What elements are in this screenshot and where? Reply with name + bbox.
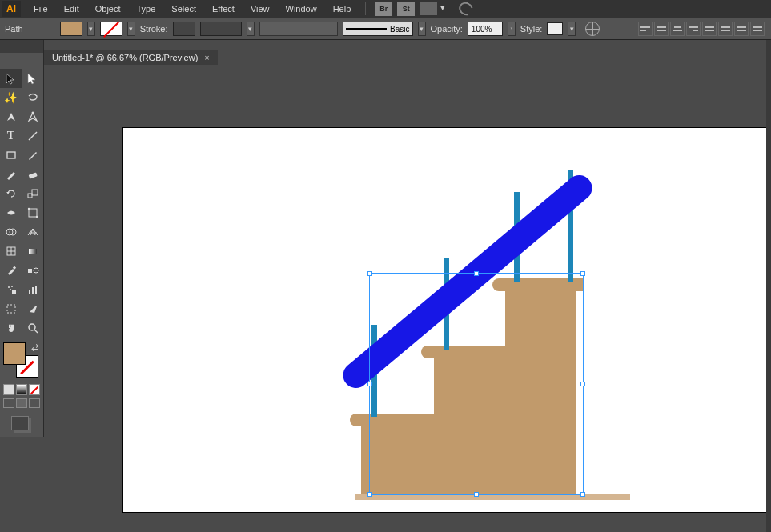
selection-handle[interactable] <box>580 271 585 276</box>
align-button[interactable] <box>638 22 653 36</box>
align-center-icon[interactable] <box>670 22 685 36</box>
perspective-grid-tool[interactable] <box>22 222 43 242</box>
fill-dropdown[interactable]: ▾ <box>87 22 95 36</box>
selection-bounding-box[interactable] <box>369 273 584 495</box>
menu-effect[interactable]: Effect <box>204 2 243 16</box>
screen-mode-button[interactable] <box>11 416 29 430</box>
style-dropdown[interactable]: ▾ <box>568 22 576 36</box>
draw-normal-icon[interactable] <box>3 398 14 408</box>
menu-window[interactable]: Window <box>278 2 325 16</box>
opacity-field[interactable]: 100% <box>468 22 503 36</box>
svg-rect-14 <box>29 249 37 254</box>
direct-selection-tool[interactable] <box>22 69 43 88</box>
pencil-tool[interactable] <box>0 165 22 184</box>
selection-handle[interactable] <box>474 492 479 497</box>
pen-tool[interactable] <box>0 107 22 126</box>
align-left-icon[interactable] <box>654 22 669 36</box>
brush-field[interactable]: Basic <box>343 22 413 36</box>
blend-tool[interactable] <box>22 261 43 280</box>
gradient-tool[interactable] <box>22 242 43 261</box>
artboard[interactable] <box>123 128 771 512</box>
free-transform-tool[interactable] <box>22 203 43 222</box>
brush-preview-icon <box>346 28 388 30</box>
bridge-icon[interactable]: Br <box>375 2 392 16</box>
menu-edit[interactable]: Edit <box>56 2 87 16</box>
rectangle-tool[interactable] <box>0 146 22 165</box>
draw-inside-icon[interactable] <box>29 398 40 408</box>
selection-handle[interactable] <box>580 492 585 497</box>
distribute-icon[interactable] <box>750 22 765 36</box>
recolor-artwork-icon[interactable] <box>585 22 600 36</box>
scale-tool[interactable] <box>22 184 43 203</box>
document-tab-title: Untitled-1* @ 66.67% (RGB/Preview) <box>52 53 198 62</box>
paintbrush-tool[interactable] <box>22 146 43 165</box>
svg-rect-24 <box>35 286 37 294</box>
menu-help[interactable]: Help <box>325 2 359 16</box>
fill-color-box[interactable] <box>3 342 26 365</box>
draw-behind-icon[interactable] <box>16 398 27 408</box>
svg-point-8 <box>35 216 37 218</box>
sync-settings-icon[interactable] <box>456 0 476 18</box>
svg-point-7 <box>27 208 29 210</box>
swap-fill-stroke-icon[interactable]: ⇄ <box>31 342 38 353</box>
menu-file[interactable]: File <box>26 2 56 16</box>
close-tab-icon[interactable]: × <box>204 53 209 62</box>
width-tool[interactable] <box>0 203 22 222</box>
menu-view[interactable]: View <box>243 2 278 16</box>
selection-handle[interactable] <box>367 382 372 386</box>
magic-wand-tool[interactable]: ✨ <box>0 88 22 107</box>
rotate-tool[interactable] <box>0 184 22 203</box>
column-graph-tool[interactable] <box>22 280 43 299</box>
align-top-icon[interactable] <box>702 22 717 36</box>
stroke-weight-field[interactable] <box>173 22 195 36</box>
slice-tool[interactable] <box>22 299 43 318</box>
tools-panel-header <box>0 40 43 53</box>
document-tab[interactable]: Untitled-1* @ 66.67% (RGB/Preview) × <box>44 50 218 65</box>
draw-mode-row <box>0 397 43 410</box>
color-mode-gradient[interactable] <box>16 384 27 395</box>
artboard-tool[interactable] <box>0 299 22 318</box>
selection-tool[interactable] <box>0 69 22 88</box>
brush-definition[interactable] <box>259 22 338 36</box>
shape-builder-tool[interactable] <box>0 222 22 242</box>
menu-object[interactable]: Object <box>87 2 129 16</box>
mesh-tool[interactable] <box>0 242 22 261</box>
symbol-sprayer-tool[interactable] <box>0 280 22 299</box>
color-mode-row <box>0 382 43 397</box>
stroke-swatch[interactable] <box>100 22 122 36</box>
eraser-tool[interactable] <box>22 165 43 184</box>
lasso-tool[interactable] <box>22 88 43 107</box>
menu-select[interactable]: Select <box>163 2 204 16</box>
arrange-documents-button[interactable] <box>420 2 437 15</box>
opacity-dropdown[interactable]: › <box>508 22 516 36</box>
selection-handle[interactable] <box>474 271 479 276</box>
brush-name: Basic <box>390 25 409 34</box>
color-mode-none[interactable] <box>29 384 40 395</box>
svg-line-27 <box>34 330 38 333</box>
curvature-tool[interactable] <box>22 107 43 126</box>
variable-width-profile[interactable] <box>200 22 242 36</box>
color-mode-solid[interactable] <box>3 384 14 395</box>
stock-icon[interactable]: St <box>397 2 415 16</box>
menu-type[interactable]: Type <box>129 2 164 16</box>
panels-collapse-strip[interactable] <box>766 40 771 532</box>
type-tool[interactable]: T <box>0 126 22 146</box>
eyedropper-tool[interactable] <box>0 261 22 280</box>
selection-handle[interactable] <box>367 271 372 276</box>
zoom-tool[interactable] <box>22 318 43 338</box>
align-middle-icon[interactable] <box>718 22 733 36</box>
selection-handle[interactable] <box>367 492 372 497</box>
stroke-dropdown[interactable]: ▾ <box>127 22 135 36</box>
align-right-icon[interactable] <box>686 22 701 36</box>
fill-stroke-control[interactable]: ⇄ <box>3 342 38 378</box>
line-segment-tool[interactable] <box>22 126 43 146</box>
svg-line-1 <box>29 132 37 140</box>
brush-dropdown[interactable]: ▾ <box>418 22 426 36</box>
canvas[interactable] <box>123 128 771 532</box>
hand-tool[interactable] <box>0 318 22 338</box>
selection-handle[interactable] <box>580 382 585 386</box>
fill-swatch[interactable] <box>60 22 82 36</box>
variable-width-dropdown[interactable]: ▾ <box>247 22 255 36</box>
align-bottom-icon[interactable] <box>734 22 749 36</box>
graphic-style-swatch[interactable] <box>547 22 563 35</box>
